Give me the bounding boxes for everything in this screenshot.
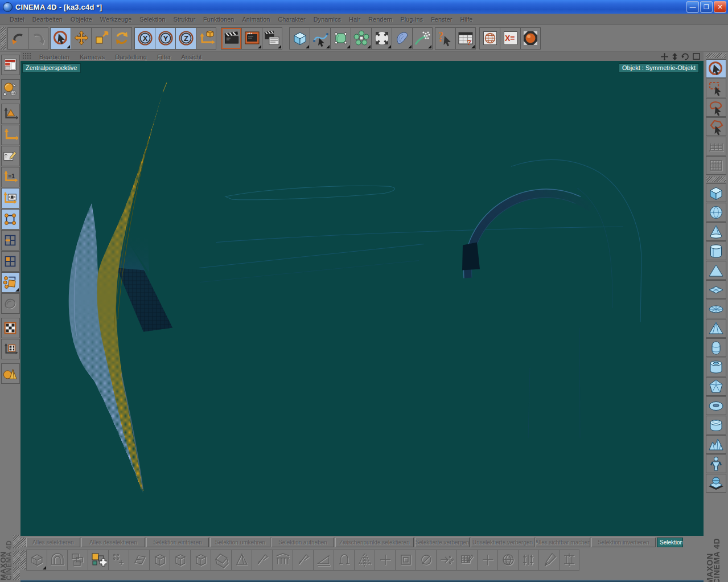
viewport-menu-drag-handle[interactable] xyxy=(23,53,31,60)
tool-knife-icon[interactable] xyxy=(252,550,272,571)
move-icon[interactable] xyxy=(71,27,91,50)
xpresso-icon[interactable]: X= xyxy=(500,27,520,50)
lock-y-icon[interactable]: Y xyxy=(155,27,175,50)
primitive-landscape-icon[interactable] xyxy=(706,435,726,454)
menu-hilfe[interactable]: Hilfe xyxy=(456,15,476,24)
command-button-11[interactable]: Selektion xyxy=(657,538,683,547)
add-deformer-icon[interactable] xyxy=(371,27,392,50)
pan-view-icon[interactable] xyxy=(661,53,668,60)
layout-icon[interactable] xyxy=(1,55,20,75)
tool-clamp-icon[interactable] xyxy=(559,550,579,571)
add-spline-icon[interactable] xyxy=(310,27,330,50)
bottom-toolbar-drag-handle[interactable] xyxy=(20,550,26,569)
tool-knife2-icon[interactable] xyxy=(293,550,313,571)
command-button-1[interactable]: Alles selektieren xyxy=(26,538,80,547)
menu-rendern[interactable]: Rendern xyxy=(364,15,396,24)
close-button[interactable]: ✕ xyxy=(714,1,726,13)
texture-scale-icon[interactable]: =1 xyxy=(1,167,20,187)
menu-charakter[interactable]: Charakter xyxy=(274,15,309,24)
weight-tool-icon[interactable] xyxy=(706,156,726,175)
texture-axis-edit-icon[interactable] xyxy=(1,146,20,166)
tool-add-icon[interactable] xyxy=(375,550,395,571)
material-icon[interactable] xyxy=(520,27,541,50)
command-button-4[interactable]: Selektion umkehren xyxy=(210,538,270,547)
primitive-platonic-icon[interactable] xyxy=(706,377,726,396)
primitive-pyramid-icon[interactable] xyxy=(706,319,726,338)
menu-bearbeiten[interactable]: Bearbeiten xyxy=(28,15,67,24)
menu-dynamics[interactable]: Dynamics xyxy=(310,15,345,24)
primitive-floor-icon[interactable] xyxy=(706,474,726,493)
primitive-figure-icon[interactable] xyxy=(706,454,726,473)
tool-bars-icon[interactable] xyxy=(518,550,538,571)
help-pointer-icon[interactable]: ? xyxy=(435,27,455,50)
tool-box1-icon[interactable] xyxy=(149,550,170,571)
uv-edit-mode-icon[interactable] xyxy=(1,272,20,293)
primitive-disc-icon[interactable] xyxy=(706,300,726,318)
tool-gridpen-icon[interactable] xyxy=(456,550,477,571)
maximize-view-icon[interactable] xyxy=(693,53,700,60)
command-button-10[interactable]: Selektion invertieren xyxy=(591,538,656,547)
tool-box3-icon[interactable] xyxy=(190,550,211,571)
hud-icon[interactable]: ? xyxy=(455,27,476,50)
make-editable-icon[interactable] xyxy=(1,79,20,100)
primitive-cylinder-icon[interactable] xyxy=(706,241,726,260)
tool-null-icon[interactable] xyxy=(416,550,436,571)
scale-icon[interactable] xyxy=(91,27,112,50)
rotate-icon[interactable] xyxy=(112,27,132,50)
menu-werkzeuge[interactable]: Werkzeuge xyxy=(96,15,135,24)
restore-button[interactable]: ❐ xyxy=(700,1,713,13)
polygon-selection-icon[interactable] xyxy=(706,117,726,136)
undo-icon[interactable] xyxy=(7,27,28,50)
lock-z-icon[interactable]: Z xyxy=(175,27,196,50)
bridge-tool-icon[interactable] xyxy=(706,137,726,155)
tool-ramp-icon[interactable] xyxy=(313,550,334,571)
menu-fenster[interactable]: Fenster xyxy=(427,15,456,24)
tool-brush-icon[interactable] xyxy=(538,550,559,571)
viewport-menu-filter[interactable]: Filter xyxy=(152,54,176,60)
texture-mode-icon[interactable] xyxy=(1,318,20,338)
tool-box2-icon[interactable] xyxy=(170,550,190,571)
tool-magnet-icon[interactable] xyxy=(334,550,354,571)
command-button-8[interactable]: Unselektierte verbergen xyxy=(471,538,534,547)
object-mode-icon[interactable] xyxy=(1,188,20,208)
polygons-mode-icon[interactable] xyxy=(1,251,20,272)
tool-square-icon[interactable] xyxy=(395,550,416,571)
menu-datei[interactable]: Datei xyxy=(6,15,28,24)
tool-cube-icon[interactable] xyxy=(26,550,47,571)
command-button-5[interactable]: Selektion aufheben xyxy=(272,538,334,547)
zoom-view-icon[interactable] xyxy=(672,53,677,60)
rotate-view-icon[interactable] xyxy=(681,53,689,60)
primitive-oiltank-icon[interactable] xyxy=(706,416,726,435)
primitive-torus-icon[interactable] xyxy=(706,396,726,415)
tool-plane-icon[interactable] xyxy=(129,550,149,571)
tool-matrix-icon[interactable] xyxy=(108,550,129,571)
command-button-7[interactable]: Selektierte verbergen xyxy=(415,538,470,547)
animation-mode-icon[interactable] xyxy=(1,363,20,384)
add-environment-icon[interactable] xyxy=(392,27,412,50)
kinematics-mode-icon[interactable] xyxy=(1,293,20,314)
tool-plusminus-icon[interactable] xyxy=(477,550,497,571)
render-settings-icon[interactable] xyxy=(262,27,282,50)
command-button-6[interactable]: Zwischenpunkte selektieren xyxy=(335,538,414,547)
command-button-9[interactable]: Alles sichtbar machen xyxy=(536,538,590,547)
render-view-icon[interactable] xyxy=(221,27,241,50)
rectangle-selection-icon[interactable] xyxy=(706,79,726,97)
primitive-triangle-icon[interactable] xyxy=(706,261,726,280)
tool-bridge-icon[interactable] xyxy=(47,550,67,571)
tool-arrowdots-icon[interactable] xyxy=(436,550,456,571)
tool-tilt-icon[interactable] xyxy=(211,550,231,571)
add-cube-icon[interactable] xyxy=(289,27,310,50)
live-selection-tool-icon[interactable] xyxy=(706,59,726,78)
object-axis-mode-icon[interactable] xyxy=(1,125,20,145)
points-mode-icon[interactable] xyxy=(1,209,20,229)
tool-cone-icon[interactable] xyxy=(231,550,252,571)
menu-objekte[interactable]: Objekte xyxy=(67,15,96,24)
edges-mode-icon[interactable] xyxy=(1,230,20,251)
command-row-drag-handle[interactable] xyxy=(20,538,26,547)
tool-stack-icon[interactable] xyxy=(67,550,88,571)
texture-axis-mode-icon[interactable] xyxy=(1,339,20,359)
redo-icon[interactable] xyxy=(28,27,48,50)
toolbar-drag-handle[interactable] xyxy=(1,27,6,50)
add-particles-icon[interactable] xyxy=(412,27,433,50)
minimize-button[interactable]: — xyxy=(686,1,699,13)
